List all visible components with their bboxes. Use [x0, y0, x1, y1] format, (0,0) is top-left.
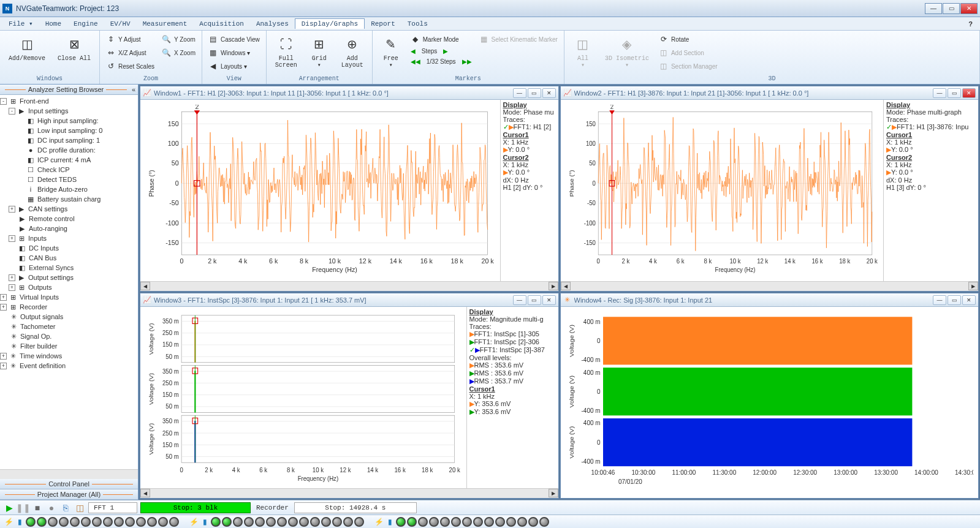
sidebar-collapse-icon[interactable]: « — [132, 86, 135, 93]
window1-min-button[interactable]: — — [513, 88, 526, 98]
tree-toggle-icon[interactable]: + — [0, 304, 7, 311]
tree-item[interactable]: ◧High input sampling: — [0, 116, 138, 126]
tree-toggle-icon[interactable]: + — [9, 274, 15, 281]
x-zoom-button[interactable]: 🔍X Zoom — [159, 47, 198, 59]
window2-chart[interactable]: -150-100-5005010015002 k4 k6 k8 k10 k12 … — [561, 100, 884, 281]
tree-item[interactable]: +⊞Inputs — [0, 233, 138, 243]
rec-button[interactable]: ● — [46, 502, 57, 513]
steps32-fwd-button[interactable]: ▶▶ — [462, 58, 472, 65]
w1-trace1[interactable]: ✓▶FFT1: H1 [2] — [503, 123, 556, 131]
tree-toggle-icon[interactable]: - — [9, 108, 15, 115]
tree-item[interactable]: ☐Detect TEDS — [0, 175, 138, 184]
tree-item[interactable]: ◧Low input sampling: 0 — [0, 126, 138, 135]
copy-button[interactable]: ⎘ — [60, 502, 71, 513]
window1-max-button[interactable]: ▭ — [528, 88, 541, 98]
window3-max-button[interactable]: ▭ — [528, 295, 541, 305]
menu-tools[interactable]: Tools — [401, 19, 434, 29]
window4-header[interactable]: ✳ Window4 - Rec: Sig [3]-3876: Input 1: … — [561, 293, 979, 307]
tree-item[interactable]: ◧CAN Bus — [0, 253, 138, 263]
windows-button[interactable]: ▦Windows ▾ — [206, 47, 262, 59]
tree-toggle-icon[interactable]: + — [0, 353, 7, 360]
tree-item[interactable]: -▶Input settings — [0, 106, 138, 116]
tree-item[interactable]: ▦Battery sustain charg — [0, 194, 138, 204]
rotate-button[interactable]: ⟳Rotate — [656, 33, 720, 45]
section-manager-button[interactable]: ◫Section Manager — [656, 60, 720, 72]
menu-engine[interactable]: Engine — [67, 19, 104, 29]
sidebar-hscroll[interactable] — [0, 469, 138, 479]
tree-item[interactable]: ◧DC input sampling: 1 — [0, 135, 138, 145]
window3-hscroll[interactable]: ◀▶ — [140, 488, 558, 498]
window1-hscroll[interactable]: ◀▶ — [140, 281, 558, 291]
add-section-button[interactable]: ◫Add Section — [656, 47, 720, 59]
window3-chart[interactable]: 50 m150 m250 m350 mVoltage (V)50 m150 m2… — [140, 307, 466, 488]
window1-chart[interactable]: -150-100-5005010015002 k4 k6 k8 k10 k12 … — [140, 100, 500, 281]
window4-min-button[interactable]: — — [933, 295, 946, 305]
menu-acquisition[interactable]: Acquisition — [193, 19, 250, 29]
tree[interactable]: -⊞Front-end-▶Input settings◧High input s… — [0, 95, 138, 469]
free-button[interactable]: ✎Free ▾ — [376, 33, 406, 70]
y-zoom-button[interactable]: 🔍Y Zoom — [159, 33, 198, 45]
y-adjust-button[interactable]: ⇕Y Adjust — [104, 33, 157, 45]
grid-button[interactable]: ⊞Grid ▾ — [305, 33, 334, 70]
tree-item[interactable]: +▶CAN settings — [0, 204, 138, 214]
menu-file[interactable]: File ▾ — [2, 18, 39, 29]
add-remove-button[interactable]: ◫Add/Remove — [4, 33, 50, 63]
control-panel-header[interactable]: Control Panel — [0, 479, 138, 489]
3d-all-button[interactable]: ◫All ▾ — [568, 33, 598, 70]
tree-item[interactable]: ◧DC Inputs — [0, 243, 138, 253]
tree-item[interactable]: ▶Auto-ranging — [0, 224, 138, 233]
tree-item[interactable]: ▶Remote control — [0, 214, 138, 224]
tree-item[interactable]: ✳Tachometer — [0, 322, 138, 331]
tree-item[interactable]: +⊞Virtual Inputs — [0, 292, 138, 302]
tree-item[interactable]: +✳Event definition — [0, 361, 138, 371]
tree-toggle-icon[interactable]: + — [0, 363, 7, 369]
tree-item[interactable]: +⊞Recorder — [0, 302, 138, 312]
window2-max-button[interactable]: ▭ — [948, 88, 961, 98]
3d-isometric-button[interactable]: ◈3D Isometric ▾ — [600, 33, 654, 70]
window2-close-button[interactable]: ✕ — [962, 88, 976, 98]
tree-item[interactable]: ◧ICP current: 4 mA — [0, 155, 138, 165]
steps-back-button[interactable]: ◀ — [411, 48, 416, 55]
full-screen-button[interactable]: ⛶Full Screen — [270, 33, 302, 70]
tree-item[interactable]: -⊞Front-end — [0, 96, 138, 106]
cascade-view-button[interactable]: ▤Cascade View — [206, 33, 262, 45]
tree-toggle-icon[interactable]: + — [9, 206, 15, 213]
tree-item[interactable]: +✳Time windows — [0, 351, 138, 361]
tree-item[interactable]: ✳Signal Op. — [0, 331, 138, 341]
steps-fwd-button[interactable]: ▶ — [443, 48, 448, 55]
window4-max-button[interactable]: ▭ — [948, 295, 961, 305]
steps32-back-button[interactable]: ◀◀ — [411, 58, 420, 65]
window3-header[interactable]: 📈 Window3 - FFT1: InstSpc [3]-3876: Inpu… — [140, 293, 558, 307]
tree-toggle-icon[interactable]: + — [9, 284, 15, 291]
xz-adjust-button[interactable]: ⇔X/Z Adjust — [104, 47, 157, 59]
w2-trace1[interactable]: ✓▶FFT1: H1 [3]-3876: Inpu — [886, 123, 976, 131]
menu-measurement[interactable]: Measurement — [137, 19, 194, 29]
tree-item[interactable]: +⊞Outputs — [0, 282, 138, 292]
close-all-button[interactable]: ⊠Close All — [53, 33, 96, 63]
maximize-button[interactable]: ▭ — [943, 3, 960, 14]
tree-item[interactable]: ✳Filter builder — [0, 341, 138, 351]
minimize-button[interactable]: — — [925, 3, 942, 14]
window1-header[interactable]: 📈 Window1 - FFT1: H1 [2]-3063: Input 1: … — [140, 86, 558, 100]
window3-min-button[interactable]: — — [513, 295, 526, 305]
tree-item[interactable]: ✳Output signals — [0, 312, 138, 322]
play-button[interactable]: ▶ — [4, 502, 15, 513]
window2-header[interactable]: 📈 Window2 - FFT1: H1 [3]-3876: Input 1: … — [561, 86, 979, 100]
config-button[interactable]: ◫ — [74, 502, 85, 513]
window2-hscroll[interactable]: ◀▶ — [561, 281, 979, 291]
w3-trace2[interactable]: ▶FFT1: InstSpc [2]-306 — [469, 338, 556, 346]
menu-report[interactable]: Report — [365, 19, 401, 29]
menu-analyses[interactable]: Analyses — [250, 19, 295, 29]
menu-evhv[interactable]: EV/HV — [104, 19, 137, 29]
tree-item[interactable]: ☐Check ICP — [0, 165, 138, 175]
menu-display-graphs[interactable]: Display/Graphs — [295, 18, 365, 29]
close-button[interactable]: ✕ — [960, 3, 978, 14]
tree-toggle-icon[interactable]: + — [0, 294, 7, 301]
w3-trace1[interactable]: ▶FFT1: InstSpc [1]-305 — [469, 330, 556, 338]
tree-item[interactable]: iBridge Auto-zero — [0, 184, 138, 194]
tree-item[interactable]: ◧External Syncs — [0, 263, 138, 273]
stop-button[interactable]: ■ — [32, 502, 43, 513]
tree-toggle-icon[interactable]: + — [9, 235, 15, 242]
help-icon[interactable]: ? — [963, 19, 978, 29]
tree-item[interactable]: ●DC profile duration: — [0, 145, 138, 155]
